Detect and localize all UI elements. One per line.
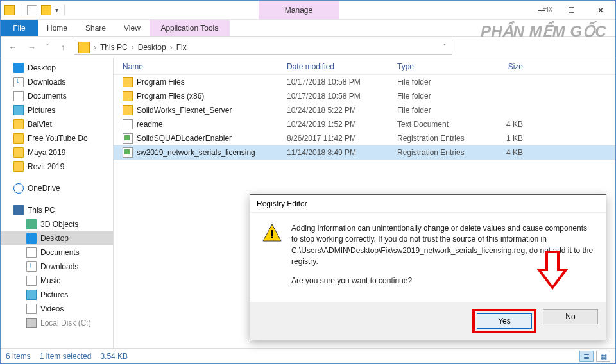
close-button[interactable]: ✕ <box>586 1 615 20</box>
file-icon <box>123 147 133 158</box>
file-type: Text Document <box>388 120 470 129</box>
yes-highlight: Yes <box>472 309 536 333</box>
file-row[interactable]: Program Files10/17/2018 10:58 PMFile fol… <box>114 75 615 89</box>
file-name: SolidWorks_Flexnet_Server <box>137 106 232 115</box>
file-name: Program Files <box>137 78 185 87</box>
file-tab[interactable]: File <box>1 20 38 36</box>
breadcrumb-fix[interactable]: Fix <box>174 43 189 52</box>
qat-properties-icon[interactable] <box>27 5 37 15</box>
svg-text:!: ! <box>270 228 274 241</box>
tree-videos[interactable]: Videos <box>1 302 113 316</box>
file-icon <box>123 133 133 144</box>
column-size[interactable]: Size <box>470 62 523 71</box>
breadcrumb-desktop[interactable]: Desktop <box>135 43 169 52</box>
tree-desktop-2[interactable]: Desktop <box>1 231 113 245</box>
warning-icon: ! <box>262 223 282 244</box>
file-icon <box>123 119 133 129</box>
file-icon <box>123 105 133 115</box>
file-type: File folder <box>388 92 470 101</box>
maximize-button[interactable]: ☐ <box>556 1 586 20</box>
file-row[interactable]: SolidSQUADLoaderEnabler8/26/2017 11:42 P… <box>114 131 615 145</box>
file-date: 8/26/2017 11:42 PM <box>278 134 388 143</box>
folder-icon <box>13 119 24 129</box>
onedrive-icon <box>13 183 24 194</box>
breadcrumb-dropdown-icon[interactable]: ˅ <box>439 43 450 52</box>
file-row[interactable]: readme10/24/2019 1:52 PMText Document4 K… <box>114 117 615 131</box>
tree-3d-objects[interactable]: 3D Objects <box>1 217 113 231</box>
disk-icon <box>26 318 37 328</box>
nav-forward-button[interactable]: → <box>24 39 40 56</box>
tree-onedrive[interactable]: OneDrive <box>1 181 113 195</box>
file-icon <box>123 77 133 87</box>
nav-back-button[interactable]: ← <box>4 39 21 56</box>
tree-downloads[interactable]: Downloads <box>1 75 113 89</box>
folder-icon <box>13 133 24 144</box>
column-type[interactable]: Type <box>388 62 470 71</box>
folder-icon <box>13 161 24 172</box>
column-headers: Name Date modified Type Size <box>114 58 615 75</box>
tree-downloads-2[interactable]: Downloads <box>1 260 113 274</box>
file-date: 10/24/2018 5:22 PM <box>278 106 388 115</box>
file-date: 10/24/2019 1:52 PM <box>278 120 388 129</box>
tree-baiviet[interactable]: BaiViet <box>1 117 113 131</box>
file-name: sw2019_network_serials_licensing <box>137 148 255 157</box>
explorer-app-icon <box>4 5 15 15</box>
qat-newfolder-icon[interactable] <box>41 5 51 15</box>
yes-button[interactable]: Yes <box>477 313 532 329</box>
downloads-icon <box>13 77 24 87</box>
desktop-icon <box>13 63 24 73</box>
desktop-icon <box>26 233 37 244</box>
breadcrumb-folder-icon <box>78 42 90 53</box>
tree-music[interactable]: Music <box>1 274 113 288</box>
documents-icon <box>13 91 24 101</box>
tree-desktop[interactable]: Desktop <box>1 61 113 75</box>
file-name: SolidSQUADLoaderEnabler <box>137 134 232 143</box>
tree-pictures-2[interactable]: Pictures <box>1 288 113 302</box>
watermark-text: PHẦN MỀM GỐC <box>481 22 606 40</box>
file-type: Registration Entries <box>388 148 470 157</box>
qat-customize-icon[interactable]: ▾ <box>55 6 58 13</box>
status-selected-count: 1 item selected <box>40 352 92 361</box>
tree-local-disk[interactable]: Local Disk (C:) <box>1 316 113 330</box>
window-title: Fix <box>542 4 552 13</box>
this-pc-icon <box>13 205 24 215</box>
application-tools-tab[interactable]: Application Tools <box>150 20 230 36</box>
tree-documents[interactable]: Documents <box>1 89 113 103</box>
no-button[interactable]: No <box>543 309 598 324</box>
context-group-label: Manage <box>285 6 312 15</box>
nav-up-button[interactable]: ↑ <box>55 39 71 56</box>
view-details-button[interactable]: ≣ <box>579 351 594 362</box>
file-name: readme <box>137 120 163 129</box>
titlebar: ▾ Manage Fix — ☐ ✕ <box>1 1 615 20</box>
file-row[interactable]: Program Files (x86)10/17/2018 10:58 PMFi… <box>114 89 615 103</box>
dialog-buttons: Yes No <box>250 302 606 340</box>
tree-revit[interactable]: Revit 2019 <box>1 160 113 174</box>
nav-tree: Desktop Downloads Documents Pictures Bai… <box>1 58 114 348</box>
file-row[interactable]: sw2019_network_serials_licensing11/14/20… <box>114 145 615 160</box>
view-large-icons-button[interactable]: ▦ <box>596 351 610 362</box>
home-tab[interactable]: Home <box>38 20 76 36</box>
pictures-icon <box>13 105 24 115</box>
file-row[interactable]: SolidWorks_Flexnet_Server10/24/2018 5:22… <box>114 103 615 117</box>
file-type: Registration Entries <box>388 134 470 143</box>
tree-freeyt[interactable]: Free YouTube Do <box>1 131 113 145</box>
view-tab[interactable]: View <box>115 20 150 36</box>
file-date: 10/17/2018 10:58 PM <box>278 78 388 87</box>
tree-maya[interactable]: Maya 2019 <box>1 145 113 160</box>
breadcrumb-sep: › <box>92 43 98 52</box>
file-type: File folder <box>388 78 470 87</box>
file-size: 1 KB <box>470 134 523 143</box>
breadcrumb-sep: › <box>130 43 135 52</box>
column-name[interactable]: Name <box>114 62 278 71</box>
file-rows: Program Files10/17/2018 10:58 PMFile fol… <box>114 75 615 160</box>
breadcrumb-bar[interactable]: › This PC › Desktop › Fix ˅ <box>74 40 452 55</box>
tree-pictures[interactable]: Pictures <box>1 103 113 117</box>
downloads-icon <box>26 261 37 272</box>
share-tab[interactable]: Share <box>76 20 115 36</box>
tree-documents-2[interactable]: Documents <box>1 245 113 260</box>
column-date[interactable]: Date modified <box>278 62 388 71</box>
pictures-icon <box>26 290 37 300</box>
nav-recent-dropdown[interactable]: ˅ <box>43 39 52 56</box>
breadcrumb-this-pc[interactable]: This PC <box>98 43 130 52</box>
tree-this-pc[interactable]: This PC <box>1 203 113 217</box>
